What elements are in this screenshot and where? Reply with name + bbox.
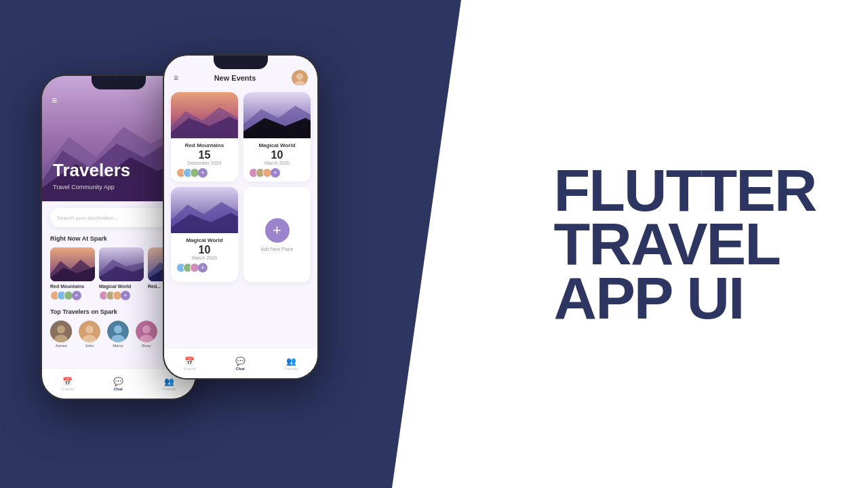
- svg-point-23: [142, 325, 151, 333]
- event1-mountain-svg: ∧ ∧ ∧: [171, 92, 238, 138]
- event1-avatars: +: [176, 168, 233, 178]
- flutter-line3: APP UI: [554, 271, 816, 325]
- svg-text:∧ ∧ ∧: ∧ ∧ ∧: [216, 102, 226, 106]
- event2-mountain-svg: [243, 92, 311, 138]
- traveler-marry[interactable]: Marry: [107, 321, 129, 348]
- phone1-card1-avatars: +: [50, 291, 95, 300]
- add-new-place-card[interactable]: + Add New Place: [243, 187, 311, 282]
- phone2-avatar: [292, 70, 308, 86]
- event-card-2[interactable]: Magical World 10 March 2020 +: [243, 92, 311, 182]
- event3-date-num: 10: [176, 245, 233, 256]
- p2-nav-friends-label: Friends: [284, 367, 298, 371]
- event-card2-body: Magical World 10 March 2020 +: [243, 138, 311, 182]
- phone1-nav-friends[interactable]: 👥 Friends: [162, 377, 176, 391]
- events-icon: 📅: [62, 377, 73, 386]
- flutter-line2: TRAVEL: [554, 217, 816, 270]
- event-card3-img: [171, 187, 238, 233]
- phone1-section2-title: Top Travelers on Spark: [50, 308, 117, 315]
- traveler-rosy-avatar: [136, 321, 157, 342]
- traveler-rosy-name: Rosy: [142, 344, 151, 348]
- svg-point-14: [57, 325, 65, 333]
- phone2-avatar-svg: [292, 70, 308, 86]
- events-grid: ∧ ∧ ∧ Red Mountains 15 December 2020: [171, 92, 311, 282]
- traveler-john[interactable]: John: [79, 321, 100, 348]
- nav-events-label: Events: [62, 387, 74, 391]
- phone1-nav-events[interactable]: 📅 Events: [62, 377, 74, 391]
- chat-icon: 💬: [113, 377, 123, 386]
- phone2-body: ∧ ∧ ∧ Red Mountains 15 December 2020: [164, 85, 317, 378]
- ev2-plus-btn[interactable]: +: [271, 168, 280, 178]
- traveler-john-avatar: [79, 321, 100, 342]
- search-placeholder: Search your destination...: [57, 215, 172, 221]
- left-panel: ≡ Travelers Travel Community App Search …: [0, 0, 461, 488]
- event-card1-body: Red Mountains 15 December 2020 +: [171, 138, 238, 182]
- event3-avatars: +: [176, 263, 233, 272]
- phone2-bottom-nav: 📅 Events 💬 Chat 👥 Friends: [164, 348, 317, 378]
- svg-point-20: [114, 325, 122, 333]
- traveler-marry-name: Marry: [113, 344, 123, 348]
- phone1-hero-title: Travelers: [53, 160, 130, 181]
- p2-chat-icon: 💬: [235, 357, 245, 366]
- phone-2-screen: ≡ New Events: [164, 56, 317, 378]
- card2-mountain-svg: [99, 247, 144, 281]
- john-avatar-svg: [79, 321, 100, 342]
- event2-date-month: March 2020: [249, 161, 305, 165]
- event1-date-month: December 2020: [176, 161, 233, 165]
- event-card2-img: [243, 92, 311, 138]
- event3-date-month: March 2020: [176, 256, 233, 260]
- phone1-menu-icon: ≡: [52, 95, 57, 106]
- event-card1-img: ∧ ∧ ∧: [171, 92, 238, 138]
- event-card-1[interactable]: ∧ ∧ ∧ Red Mountains 15 December 2020: [171, 92, 238, 182]
- event1-name: Red Mountains: [176, 142, 233, 148]
- card1-mountain-svg: [50, 247, 95, 281]
- p2-friends-icon: 👥: [286, 357, 296, 366]
- james-avatar-svg: [50, 321, 72, 342]
- ev3-plus-btn[interactable]: +: [198, 263, 208, 272]
- add-new-place-label: Add New Place: [261, 247, 294, 251]
- phone1-card2-img: [99, 247, 144, 281]
- phone1-card-1[interactable]: Red Mountains +: [50, 247, 95, 300]
- plus-btn-1[interactable]: +: [72, 291, 81, 300]
- event1-date-num: 15: [176, 150, 233, 161]
- phone2-nav-chat[interactable]: 💬 Chat: [235, 357, 245, 371]
- phone1-section1-title: Right Now At Spark: [50, 235, 107, 242]
- svg-point-17: [85, 325, 94, 333]
- traveler-james[interactable]: James: [50, 321, 72, 348]
- event2-avatars: +: [249, 168, 305, 178]
- event3-mountain-svg: [171, 187, 238, 233]
- traveler-james-name: James: [55, 344, 67, 348]
- phone-2: ≡ New Events: [163, 54, 319, 380]
- nav-chat-label: Chat: [113, 387, 122, 391]
- traveler-john-name: John: [85, 344, 94, 348]
- traveler-rosy[interactable]: Rosy: [136, 321, 157, 348]
- phone1-nav-chat[interactable]: 💬 Chat: [113, 377, 123, 391]
- svg-point-26: [296, 73, 303, 80]
- traveler-marry-avatar: [107, 321, 129, 342]
- phone1-card2-avatars: +: [99, 291, 144, 300]
- phone-2-notch: [214, 56, 268, 69]
- plus-btn-2[interactable]: +: [121, 291, 130, 300]
- event-card3-body: Magical World 10 March 2020 +: [171, 233, 238, 277]
- rosy-avatar-svg: [136, 321, 157, 342]
- flutter-travel-app-ui-text: FLUTTER TRAVEL APP UI: [554, 163, 816, 325]
- event2-name: Magical World: [249, 142, 305, 148]
- p2-nav-events-label: Events: [184, 367, 196, 371]
- right-panel: FLUTTER TRAVEL APP UI: [461, 0, 868, 488]
- phone1-hero-subtitle: Travel Community App: [53, 184, 115, 190]
- p2-nav-chat-label: Chat: [235, 367, 244, 371]
- add-circle-icon[interactable]: +: [265, 218, 290, 243]
- ev1-plus-btn[interactable]: +: [198, 168, 208, 178]
- phone-1-notch: [92, 76, 146, 89]
- phone1-card2-name: Magical World: [99, 284, 144, 289]
- phone2-nav-events[interactable]: 📅 Events: [184, 357, 196, 371]
- phone2-menu-icon: ≡: [174, 73, 178, 83]
- event2-date-num: 10: [249, 150, 305, 161]
- nav-friends-label: Friends: [162, 387, 176, 391]
- phone1-card-2[interactable]: Magical World +: [99, 247, 144, 300]
- phone2-nav-friends[interactable]: 👥 Friends: [284, 357, 298, 371]
- phone1-card1-img: [50, 247, 95, 281]
- phone1-card1-name: Red Mountains: [50, 284, 95, 289]
- event-card-3[interactable]: Magical World 10 March 2020 +: [171, 187, 238, 282]
- event3-name: Magical World: [176, 237, 233, 243]
- flutter-line1: FLUTTER: [554, 163, 816, 217]
